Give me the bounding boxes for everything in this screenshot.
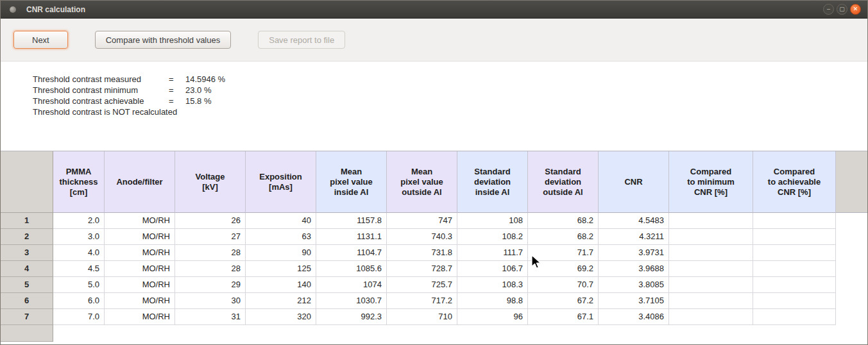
minimize-button[interactable]: – xyxy=(823,4,834,15)
cell-cnr[interactable]: 4.5483 xyxy=(599,213,669,229)
column-header-mean-outside-al[interactable]: Mean pixel value outside Al xyxy=(387,151,457,213)
cell-std-inside-al[interactable]: 106.7 xyxy=(457,261,528,277)
cell-mean-outside-al[interactable]: 710 xyxy=(387,309,457,325)
column-header-std-inside-al[interactable]: Standard deviation inside Al xyxy=(457,151,528,213)
cell-voltage[interactable]: 28 xyxy=(175,261,246,277)
column-header-cnr[interactable]: CNR xyxy=(599,151,669,213)
cell-pmma-thickness[interactable]: 3.0 xyxy=(53,229,105,245)
cell-anode-filter[interactable]: MO/RH xyxy=(105,229,175,245)
close-button[interactable]: ✕ xyxy=(850,4,861,15)
column-header-voltage[interactable]: Voltage [kV] xyxy=(175,151,246,213)
column-header-compared-minimum[interactable]: Compared to minimum CNR [%] xyxy=(669,151,753,213)
cell-voltage[interactable]: 30 xyxy=(175,293,246,309)
cell-exposition[interactable]: 140 xyxy=(246,277,316,293)
compare-threshold-button[interactable]: Compare with threshold values xyxy=(95,31,231,49)
cell-compared-minimum[interactable] xyxy=(669,229,753,245)
cell-exposition[interactable]: 63 xyxy=(246,229,316,245)
cell-std-inside-al[interactable]: 96 xyxy=(457,309,528,325)
cell-compared-minimum[interactable] xyxy=(669,309,753,325)
cell-mean-inside-al[interactable]: 1131.1 xyxy=(316,229,387,245)
column-header-anode-filter[interactable]: Anode/filter xyxy=(105,151,175,213)
cell-voltage[interactable]: 31 xyxy=(175,309,246,325)
cell-pmma-thickness[interactable]: 5.0 xyxy=(53,277,105,293)
row-header[interactable]: 7 xyxy=(1,309,53,325)
column-header-compared-achievable[interactable]: Compared to achievable CNR [%] xyxy=(753,151,836,213)
cell-mean-inside-al[interactable]: 1030.7 xyxy=(316,293,387,309)
cell-compared-achievable[interactable] xyxy=(753,213,836,229)
column-header-exposition[interactable]: Exposition [mAs] xyxy=(246,151,316,213)
cell-voltage[interactable]: 29 xyxy=(175,277,246,293)
cell-exposition[interactable]: 125 xyxy=(246,261,316,277)
cell-compared-minimum[interactable] xyxy=(669,213,753,229)
cell-anode-filter[interactable]: MO/RH xyxy=(105,261,175,277)
cell-exposition[interactable]: 90 xyxy=(246,245,316,261)
cell-std-inside-al[interactable]: 108.2 xyxy=(457,229,528,245)
cell-anode-filter[interactable]: MO/RH xyxy=(105,213,175,229)
row-header[interactable]: 6 xyxy=(1,293,53,309)
row-header[interactable]: 2 xyxy=(1,229,53,245)
cell-mean-inside-al[interactable]: 1085.6 xyxy=(316,261,387,277)
cell-std-outside-al[interactable]: 67.2 xyxy=(528,293,599,309)
row-header[interactable]: 1 xyxy=(1,213,53,229)
cell-std-outside-al[interactable]: 70.7 xyxy=(528,277,599,293)
cell-std-inside-al[interactable]: 111.7 xyxy=(457,245,528,261)
cell-mean-outside-al[interactable]: 747 xyxy=(387,213,457,229)
cell-cnr[interactable]: 4.3211 xyxy=(599,229,669,245)
cell-mean-outside-al[interactable]: 725.7 xyxy=(387,277,457,293)
cell-mean-inside-al[interactable]: 1074 xyxy=(316,277,387,293)
cell-cnr[interactable]: 3.8085 xyxy=(599,277,669,293)
cell-voltage[interactable]: 27 xyxy=(175,229,246,245)
row-header[interactable]: 5 xyxy=(1,277,53,293)
cell-anode-filter[interactable]: MO/RH xyxy=(105,245,175,261)
cell-compared-minimum[interactable] xyxy=(669,245,753,261)
cell-anode-filter[interactable]: MO/RH xyxy=(105,277,175,293)
cell-compared-achievable[interactable] xyxy=(753,229,836,245)
cell-compared-minimum[interactable] xyxy=(669,261,753,277)
row-header-partial[interactable] xyxy=(1,325,53,342)
row-header[interactable]: 3 xyxy=(1,245,53,261)
titlebar[interactable]: CNR calculation – ▢ ✕ xyxy=(1,1,867,19)
cell-mean-inside-al[interactable]: 992.3 xyxy=(316,309,387,325)
column-header-pmma-thickness[interactable]: PMMA thickness [cm] xyxy=(53,151,105,213)
cell-compared-achievable[interactable] xyxy=(753,277,836,293)
cell-pmma-thickness[interactable]: 4.0 xyxy=(53,245,105,261)
cell-mean-outside-al[interactable]: 728.7 xyxy=(387,261,457,277)
column-header-mean-inside-al[interactable]: Mean pixel value inside Al xyxy=(316,151,387,213)
cell-pmma-thickness[interactable]: 6.0 xyxy=(53,293,105,309)
cell-exposition[interactable]: 40 xyxy=(246,213,316,229)
cell-compared-achievable[interactable] xyxy=(753,309,836,325)
cell-std-outside-al[interactable]: 68.2 xyxy=(528,213,599,229)
cell-anode-filter[interactable]: MO/RH xyxy=(105,293,175,309)
cell-mean-outside-al[interactable]: 740.3 xyxy=(387,229,457,245)
cell-cnr[interactable]: 3.7105 xyxy=(599,293,669,309)
cell-std-outside-al[interactable]: 67.1 xyxy=(528,309,599,325)
cell-anode-filter[interactable]: MO/RH xyxy=(105,309,175,325)
cell-cnr[interactable]: 3.9688 xyxy=(599,261,669,277)
cell-mean-outside-al[interactable]: 731.8 xyxy=(387,245,457,261)
cell-pmma-thickness[interactable]: 2.0 xyxy=(53,213,105,229)
cell-exposition[interactable]: 320 xyxy=(246,309,316,325)
cell-voltage[interactable]: 26 xyxy=(175,213,246,229)
cell-cnr[interactable]: 3.9731 xyxy=(599,245,669,261)
next-button[interactable]: Next xyxy=(13,31,68,49)
cell-voltage[interactable]: 28 xyxy=(175,245,246,261)
row-header[interactable]: 4 xyxy=(1,261,53,277)
cell-pmma-thickness[interactable]: 7.0 xyxy=(53,309,105,325)
cell-compared-achievable[interactable] xyxy=(753,293,836,309)
cell-std-inside-al[interactable]: 98.8 xyxy=(457,293,528,309)
cell-std-outside-al[interactable]: 71.7 xyxy=(528,245,599,261)
cell-mean-inside-al[interactable]: 1104.7 xyxy=(316,245,387,261)
cell-mean-outside-al[interactable]: 717.2 xyxy=(387,293,457,309)
cell-std-outside-al[interactable]: 68.2 xyxy=(528,229,599,245)
cell-mean-inside-al[interactable]: 1157.8 xyxy=(316,213,387,229)
cell-cnr[interactable]: 3.4086 xyxy=(599,309,669,325)
cell-std-inside-al[interactable]: 108 xyxy=(457,213,528,229)
column-header-std-outside-al[interactable]: Standard deviation outside Al xyxy=(528,151,599,213)
cell-compared-achievable[interactable] xyxy=(753,245,836,261)
cell-compared-achievable[interactable] xyxy=(753,261,836,277)
cell-pmma-thickness[interactable]: 4.5 xyxy=(53,261,105,277)
cell-compared-minimum[interactable] xyxy=(669,277,753,293)
cell-compared-minimum[interactable] xyxy=(669,293,753,309)
maximize-button[interactable]: ▢ xyxy=(837,4,847,15)
cell-std-inside-al[interactable]: 108.3 xyxy=(457,277,528,293)
